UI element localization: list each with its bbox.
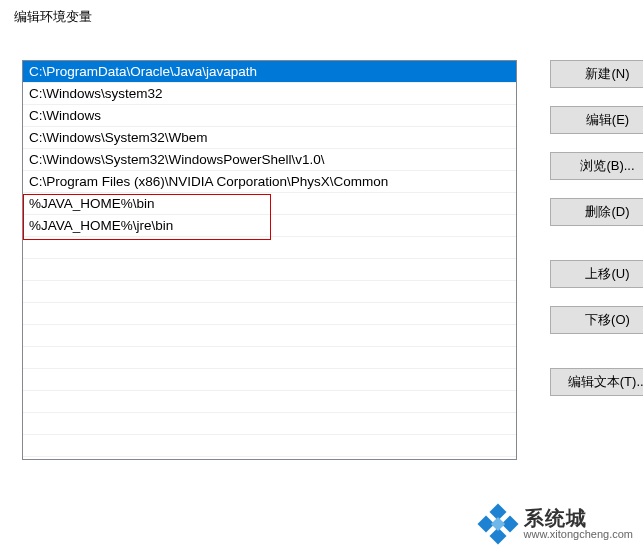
content-area: C:\ProgramData\Oracle\Java\javapath C:\W… — [22, 60, 643, 552]
edit-button[interactable]: 编辑(E) — [550, 106, 643, 134]
path-item[interactable]: %JAVA_HOME%\jre\bin — [23, 215, 516, 237]
path-item-empty[interactable] — [23, 259, 516, 281]
path-item-empty[interactable] — [23, 281, 516, 303]
path-item-empty[interactable] — [23, 237, 516, 259]
path-item[interactable]: C:\Windows\System32\WindowsPowerShell\v1… — [23, 149, 516, 171]
watermark: 系统城 www.xitongcheng.com — [476, 504, 633, 544]
watermark-url: www.xitongcheng.com — [524, 529, 633, 541]
path-item[interactable]: C:\Windows\system32 — [23, 83, 516, 105]
path-item-empty[interactable] — [23, 369, 516, 391]
new-button[interactable]: 新建(N) — [550, 60, 643, 88]
path-item[interactable]: C:\Program Files (x86)\NVIDIA Corporatio… — [23, 171, 516, 193]
dialog-title: 编辑环境变量 — [0, 0, 643, 34]
browse-button[interactable]: 浏览(B)... — [550, 152, 643, 180]
path-item-empty[interactable] — [23, 413, 516, 435]
path-item-empty[interactable] — [23, 325, 516, 347]
path-item[interactable]: %JAVA_HOME%\bin — [23, 193, 516, 215]
watermark-brand: 系统城 — [524, 508, 633, 529]
delete-button[interactable]: 删除(D) — [550, 198, 643, 226]
move-down-button[interactable]: 下移(O) — [550, 306, 643, 334]
path-item[interactable]: C:\ProgramData\Oracle\Java\javapath — [23, 61, 516, 83]
path-item-empty[interactable] — [23, 435, 516, 457]
watermark-logo-icon — [476, 504, 518, 544]
path-item-empty[interactable] — [23, 391, 516, 413]
path-item[interactable]: C:\Windows — [23, 105, 516, 127]
path-list[interactable]: C:\ProgramData\Oracle\Java\javapath C:\W… — [22, 60, 517, 460]
path-item-empty[interactable] — [23, 303, 516, 325]
watermark-text: 系统城 www.xitongcheng.com — [524, 508, 633, 541]
edit-text-button[interactable]: 编辑文本(T)... — [550, 368, 643, 396]
path-item-empty[interactable] — [23, 347, 516, 369]
button-column: 新建(N) 编辑(E) 浏览(B)... 删除(D) 上移(U) 下移(O) 编… — [550, 60, 643, 414]
path-item[interactable]: C:\Windows\System32\Wbem — [23, 127, 516, 149]
move-up-button[interactable]: 上移(U) — [550, 260, 643, 288]
